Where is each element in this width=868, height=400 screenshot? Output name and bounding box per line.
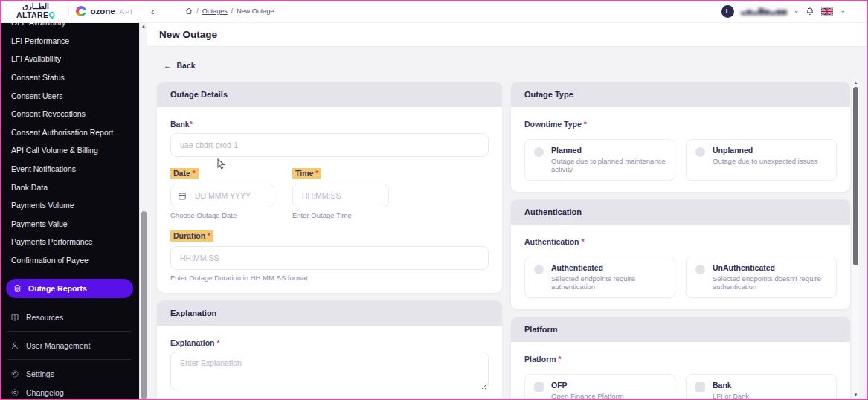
radio-unselected-icon[interactable] (534, 265, 544, 274)
back-arrow-icon: ← (164, 61, 172, 70)
date-time-row: Date * Choose Outage Date (170, 166, 489, 219)
explanation-body: Explanation * Enter Explanation (157, 326, 502, 400)
outage-details-body: Bank* Date * C (157, 107, 502, 293)
duration-label-highlighted: Duration * (170, 230, 213, 242)
option-description: Outage due to unexpected issues (713, 157, 818, 165)
user-avatar[interactable]: L (721, 5, 734, 18)
required-asterisk: * (315, 169, 318, 178)
sidebar-item-ofp-availability[interactable]: OFP Availability (0, 22, 139, 32)
authentication-card: Authentication Authentication * Authenti… (511, 199, 850, 309)
option-authenticated[interactable]: Authenticated Selected endpoints require… (524, 257, 675, 298)
sidebar-scrollbar[interactable]: ▲ (139, 22, 147, 400)
page-title: New Outage (159, 29, 217, 40)
time-input[interactable] (292, 184, 389, 207)
ozone-suffix: API (120, 7, 133, 16)
brand-latin-text: ALTAREQ (16, 11, 55, 19)
sidebar-item-consent-status[interactable]: Consent Status (0, 68, 139, 87)
right-column: Outage Type Downtime Type * Planned Outa… (511, 82, 850, 400)
option-description: Selected endpoints require authenticatio… (551, 274, 666, 291)
language-flag-icon[interactable] (821, 7, 833, 16)
explanation-textarea[interactable] (170, 352, 489, 390)
checkbox-unchecked-icon[interactable] (695, 382, 705, 392)
sidebar-item-consent-authorisation-report[interactable]: Consent Authorisation Report (0, 123, 139, 142)
bank-label: Bank* (170, 120, 193, 129)
scroll-up-arrow-icon[interactable]: ▲ (140, 24, 147, 28)
app-screen: الطــارق ALTAREQ | ozone API ‹ / Outages… (0, 0, 868, 400)
user-icon (10, 341, 19, 350)
back-button[interactable]: ← Back (164, 61, 196, 70)
duration-helper-text: Enter Outage Duration in HH:MM:SS format (170, 274, 489, 282)
option-title: Planned (551, 146, 666, 155)
outage-details-card: Outage Details Bank* Date * (157, 82, 502, 293)
sidebar-item-changelog[interactable]: Changelog (0, 383, 139, 400)
bank-input[interactable] (170, 133, 489, 157)
explanation-helper-text: Enter Explanation (170, 397, 489, 400)
breadcrumb-current: New Outage (237, 7, 274, 15)
language-chevron-down-icon[interactable]: ⌄ (840, 9, 846, 13)
outage-details-header: Outage Details (157, 82, 502, 107)
option-description: Open Finance Platform (551, 392, 624, 400)
option-unauthenticated[interactable]: UnAuthenticated Selected endpoints doesn… (686, 257, 837, 298)
option-title: Bank (713, 381, 749, 390)
calendar-icon[interactable] (178, 190, 187, 204)
sidebar-item-label: Settings (26, 370, 54, 378)
main-scrollbar[interactable]: ▲ ▼ (852, 79, 859, 399)
option-description: LFI or Bank (713, 392, 749, 400)
altareq-logo: الطــارق ALTAREQ (9, 3, 62, 19)
sidebar-item-payments-performance[interactable]: Payments Performance (0, 233, 139, 251)
authentication-label: Authentication * (524, 237, 585, 246)
sidebar-item-payments-value[interactable]: Payments Value (0, 215, 139, 233)
sidebar-item-lfi-performance[interactable]: LFI Performance (0, 32, 139, 51)
notifications-bell-icon[interactable] (806, 7, 814, 16)
sidebar-item-consent-revocations[interactable]: Consent Revocations (0, 105, 139, 123)
outage-type-body: Downtime Type * Planned Outage due to pl… (511, 107, 850, 192)
sidebar-item-bank-data[interactable]: Bank Data (0, 178, 139, 196)
user-menu-chevron-down-icon[interactable]: ⌄ (794, 9, 800, 13)
sidebar-item-consent-users[interactable]: Consent Users (0, 86, 139, 105)
option-bank[interactable]: Bank LFI or Bank (686, 374, 837, 400)
home-icon[interactable] (185, 7, 193, 15)
sidebar-item-api-call-volume-billing[interactable]: API Call Volume & Billing (0, 141, 139, 160)
main-scrollbar-thumb[interactable] (853, 87, 858, 265)
form-cards-grid: Outage Details Bank* Date * (157, 82, 850, 400)
clipboard-icon (13, 284, 22, 293)
user-name-redacted: ▃▅▃▇▅▃▅▅ (741, 7, 787, 15)
option-planned[interactable]: Planned Outage due to planned maintenanc… (524, 139, 675, 181)
ozone-name: ozone (90, 7, 115, 16)
duration-field: Duration * Enter Outage Duration in HH:M… (170, 228, 489, 282)
sidebar-item-user-management[interactable]: User Management (0, 336, 139, 355)
authentication-body: Authentication * Authenticated Selected … (511, 225, 850, 309)
scroll-down-arrow-icon[interactable]: ▼ (852, 393, 859, 397)
required-asterisk: * (190, 120, 193, 129)
sidebar-collapse-chevron[interactable]: ‹ (151, 7, 154, 16)
option-ofp[interactable]: OFP Open Finance Platform (524, 374, 675, 400)
sidebar-item-event-notifications[interactable]: Event Notifications (0, 160, 139, 178)
sidebar-item-outage-reports-active[interactable]: Outage Reports (6, 279, 133, 298)
sidebar-item-resources[interactable]: Resources (0, 308, 139, 326)
sidebar-item-lfi-availability[interactable]: LFI Availability (0, 50, 139, 68)
book-icon (10, 313, 19, 322)
option-unplanned[interactable]: Unplanned Outage due to unexpected issue… (686, 139, 837, 181)
breadcrumb-link-outages[interactable]: Outages (202, 7, 228, 15)
sidebar-item-payments-volume[interactable]: Payments Volume (0, 196, 139, 215)
explanation-header: Explanation (157, 300, 502, 326)
duration-input[interactable] (170, 246, 489, 270)
option-title: UnAuthenticated (713, 263, 827, 272)
radio-unselected-icon[interactable] (695, 147, 705, 157)
sidebar-item-confirmation-of-payee[interactable]: Confirmation of Payee (0, 251, 139, 270)
logo-divider: | (67, 6, 69, 17)
sidebar-scrollbar-thumb[interactable] (141, 211, 147, 399)
platform-header: Platform (511, 317, 850, 342)
sidebar-nav: OFP Availability LFI Performance LFI Ava… (0, 22, 139, 400)
sidebar-divider (7, 331, 132, 332)
platform-card: Platform Platform * OFP Open Finance Pla… (511, 317, 850, 400)
checkbox-unchecked-icon[interactable] (534, 382, 544, 392)
top-bar-right: L ▃▅▃▇▅▃▅▅ ⌄ ⌄ (721, 5, 868, 18)
radio-unselected-icon[interactable] (534, 147, 544, 157)
platform-label: Platform * (524, 355, 562, 364)
sidebar-divider (7, 359, 132, 360)
scroll-up-arrow-icon[interactable]: ▲ (852, 80, 859, 85)
sidebar-item-settings[interactable]: Settings (0, 364, 139, 383)
radio-unselected-icon[interactable] (695, 265, 705, 274)
left-column: Outage Details Bank* Date * (157, 82, 502, 400)
